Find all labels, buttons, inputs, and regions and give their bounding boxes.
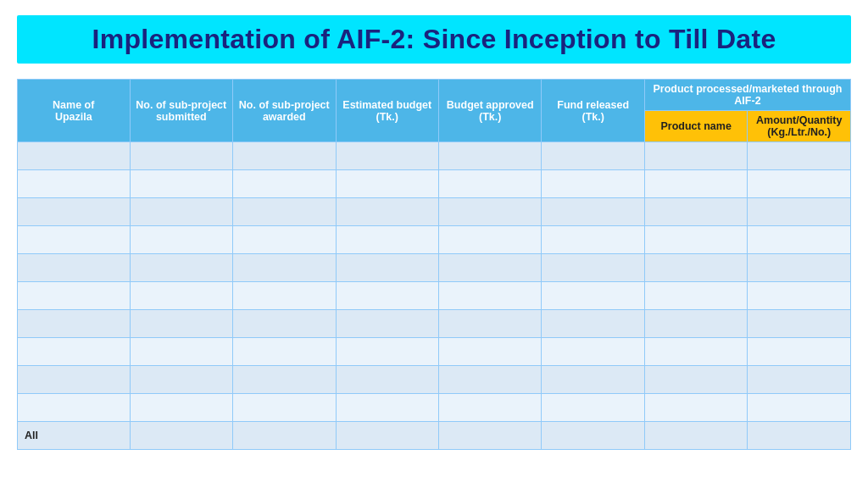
col-header-est-budget: Estimated budget (Tk.) — [336, 80, 438, 142]
table-cell — [336, 282, 438, 310]
table-cell — [644, 394, 747, 422]
table-cell — [130, 198, 232, 226]
table-cell — [336, 366, 438, 394]
table-cell — [233, 254, 336, 282]
col-header-sub-submitted: No. of sub-project submitted — [130, 80, 232, 142]
col-header-budget-approved: Budget approved (Tk.) — [438, 80, 541, 142]
table-cell — [644, 142, 747, 170]
table-cell — [748, 226, 851, 254]
col-header-upazila: Name of Upazila — [18, 80, 131, 142]
table-cell — [748, 254, 851, 282]
table-cell — [18, 366, 131, 394]
table-cell — [644, 226, 747, 254]
table-cell — [748, 198, 851, 226]
table-cell — [542, 366, 644, 394]
table-footer-cell — [130, 422, 232, 450]
table-row — [18, 254, 851, 282]
table-cell — [438, 338, 541, 366]
table-cell — [542, 394, 644, 422]
table-cell — [130, 394, 232, 422]
table-cell — [18, 394, 131, 422]
table-cell — [18, 254, 131, 282]
table-cell — [644, 254, 747, 282]
table-cell — [130, 310, 232, 338]
col-header-product-name: Product name — [644, 111, 747, 142]
table-cell — [542, 170, 644, 198]
table-cell — [130, 254, 232, 282]
table-cell — [130, 282, 232, 310]
table-cell — [542, 198, 644, 226]
table-cell — [18, 198, 131, 226]
table-cell — [233, 170, 336, 198]
table-footer-cell — [233, 422, 336, 450]
table-cell — [644, 310, 747, 338]
table-row — [18, 142, 851, 170]
all-label: All — [18, 422, 131, 450]
col-header-fund-released: Fund released (Tk.) — [542, 80, 644, 142]
table-cell — [438, 170, 541, 198]
col-header-sub-awarded: No. of sub-project awarded — [233, 80, 336, 142]
title-bar: Implementation of AIF-2: Since Inception… — [17, 15, 851, 64]
table-cell — [18, 170, 131, 198]
table-cell — [748, 394, 851, 422]
table-cell — [438, 366, 541, 394]
table-row — [18, 226, 851, 254]
table-cell — [542, 226, 644, 254]
table-cell — [130, 226, 232, 254]
table-cell — [233, 310, 336, 338]
table-cell — [336, 142, 438, 170]
table-cell — [18, 282, 131, 310]
table-cell — [748, 282, 851, 310]
table-cell — [233, 394, 336, 422]
table-cell — [336, 338, 438, 366]
table-footer-cell — [336, 422, 438, 450]
table-cell — [644, 366, 747, 394]
table-cell — [542, 142, 644, 170]
table-cell — [18, 310, 131, 338]
table-cell — [18, 338, 131, 366]
table-cell — [644, 282, 747, 310]
table-cell — [748, 338, 851, 366]
table-cell — [233, 366, 336, 394]
table-cell — [336, 226, 438, 254]
table-row — [18, 198, 851, 226]
table-row — [18, 282, 851, 310]
table-cell — [130, 338, 232, 366]
table-cell — [18, 142, 131, 170]
table-cell — [438, 254, 541, 282]
table-row — [18, 366, 851, 394]
col-header-product-processed: Product processed/marketed through AIF-2 — [644, 80, 850, 111]
table-cell — [748, 310, 851, 338]
table-cell — [542, 310, 644, 338]
table-row — [18, 338, 851, 366]
table-cell — [438, 394, 541, 422]
table-cell — [644, 338, 747, 366]
table-row — [18, 310, 851, 338]
table-cell — [542, 338, 644, 366]
table-cell — [130, 170, 232, 198]
table-cell — [748, 142, 851, 170]
table-cell — [336, 310, 438, 338]
table-cell — [438, 142, 541, 170]
main-table: Name of Upazila No. of sub-project submi… — [17, 79, 851, 450]
table-cell — [644, 198, 747, 226]
col-header-amount-qty: Amount/Quantity (Kg./Ltr./No.) — [748, 111, 851, 142]
table-footer-cell — [542, 422, 644, 450]
table-cell — [644, 170, 747, 198]
table-cell — [233, 282, 336, 310]
table-cell — [233, 198, 336, 226]
table-footer-row: All — [18, 422, 851, 450]
table-footer-cell — [748, 422, 851, 450]
table-cell — [130, 142, 232, 170]
table-cell — [130, 366, 232, 394]
page-title: Implementation of AIF-2: Since Inception… — [92, 24, 776, 54]
table-cell — [542, 254, 644, 282]
table-cell — [233, 142, 336, 170]
table-footer-cell — [644, 422, 747, 450]
table-row — [18, 170, 851, 198]
table-cell — [438, 282, 541, 310]
table-cell — [18, 226, 131, 254]
table-cell — [438, 198, 541, 226]
table-cell — [336, 170, 438, 198]
table-cell — [336, 198, 438, 226]
